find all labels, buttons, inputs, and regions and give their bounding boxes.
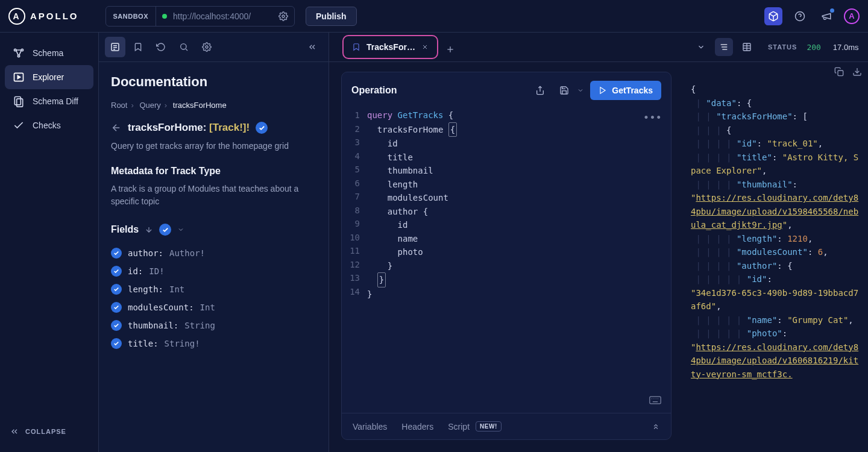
download-response-button[interactable] xyxy=(852,67,862,77)
close-tab-button[interactable] xyxy=(421,43,429,51)
docs-title: Documentation xyxy=(111,74,316,90)
topbar-right: A xyxy=(764,7,860,25)
field-row[interactable]: title: String! xyxy=(111,334,316,353)
field-type[interactable]: Author! xyxy=(169,248,205,258)
schema-icon xyxy=(12,47,25,59)
field-row[interactable]: id: ID! xyxy=(111,262,316,280)
crumb-query[interactable]: Query xyxy=(139,101,160,110)
operation-panel: Operation GetTracks ••• 1234567891011121… xyxy=(341,72,671,440)
chevron-down-icon[interactable] xyxy=(177,226,184,233)
field-check-icon[interactable] xyxy=(111,338,122,349)
explorer-icon xyxy=(12,71,25,83)
field-check-icon[interactable] xyxy=(111,248,122,259)
field-type[interactable]: Int xyxy=(169,284,184,294)
announcements-button[interactable] xyxy=(817,7,835,25)
brand-text: APOLLO xyxy=(30,11,79,21)
breadcrumb: Root› Query› tracksForHome xyxy=(111,101,316,110)
field-return-type[interactable]: [Track!]! xyxy=(206,122,250,133)
tab-variables[interactable]: Variables xyxy=(353,422,387,432)
docs-collapse-button[interactable] xyxy=(302,37,322,57)
field-row[interactable]: modulesCount: Int xyxy=(111,298,316,316)
share-button[interactable] xyxy=(531,81,549,99)
save-button[interactable] xyxy=(555,81,573,99)
add-tab-button[interactable] xyxy=(445,45,455,54)
field-check-icon[interactable] xyxy=(111,320,122,331)
sidebar-item-label: Schema Diff xyxy=(33,96,78,106)
response-view-table-button[interactable] xyxy=(738,38,756,56)
field-row[interactable]: length: Int xyxy=(111,280,316,298)
operation-tabs: TracksFor… xyxy=(329,33,684,62)
editor-column: TracksFor… Operation GetTrack xyxy=(329,33,684,452)
selected-check-icon[interactable] xyxy=(256,122,268,134)
history-button[interactable] xyxy=(151,37,171,57)
play-icon xyxy=(599,86,607,95)
search-button[interactable] xyxy=(174,37,194,57)
field-check-icon[interactable] xyxy=(111,266,122,277)
docs-view-button[interactable] xyxy=(105,37,125,57)
svg-rect-25 xyxy=(650,397,661,404)
sidebar-item-schema[interactable]: Schema xyxy=(5,41,93,65)
field-name: author: xyxy=(128,248,163,258)
field-name: modulesCount: xyxy=(128,303,194,312)
help-button[interactable] xyxy=(791,7,809,25)
studio-mode-button[interactable] xyxy=(764,7,782,25)
status-label: STATUS xyxy=(768,43,797,51)
select-all-check-icon[interactable] xyxy=(159,224,171,236)
field-name: tracksForHome: xyxy=(128,122,206,133)
brand-mark-icon: A xyxy=(8,8,25,25)
sidebar-item-label: Explorer xyxy=(33,72,64,82)
endpoint-settings-button[interactable] xyxy=(272,11,294,21)
crumb-root[interactable]: Root xyxy=(111,101,127,110)
sidebar-item-checks[interactable]: Checks xyxy=(5,113,93,137)
field-type[interactable]: ID! xyxy=(149,266,164,276)
copy-response-button[interactable] xyxy=(834,67,844,77)
save-chevron-icon[interactable] xyxy=(577,87,584,94)
bookmark-button[interactable] xyxy=(128,37,148,57)
sidebar-collapse-button[interactable]: COLLAPSE xyxy=(5,419,93,444)
sidebar-collapse-label: COLLAPSE xyxy=(25,428,66,435)
field-check-icon[interactable] xyxy=(111,284,122,295)
sidebar-item-explorer[interactable]: Explorer xyxy=(5,65,93,89)
field-name: length: xyxy=(128,284,163,294)
endpoint-url[interactable]: http://localhost:4000/ xyxy=(173,11,272,21)
keyboard-shortcuts-button[interactable] xyxy=(649,396,661,404)
response-view-json-button[interactable] xyxy=(715,38,733,56)
line-gutter: 1234567891011121314 xyxy=(342,108,367,413)
editor-footer: Variables Headers Script NEW! xyxy=(342,413,671,439)
response-expand-button[interactable] xyxy=(692,38,710,56)
connection-status-dot-icon xyxy=(162,14,167,19)
field-type[interactable]: String xyxy=(184,321,215,330)
field-name: title: xyxy=(128,339,159,348)
svg-marker-7 xyxy=(17,76,20,79)
sort-arrow-down-icon[interactable] xyxy=(145,225,153,234)
settings-button[interactable] xyxy=(197,37,217,57)
field-row[interactable]: author: Author! xyxy=(111,244,316,262)
code-content: query GetTracks { tracksForHome { id tit… xyxy=(367,108,457,413)
field-row[interactable]: thumbnail: String xyxy=(111,316,316,334)
tab-headers[interactable]: Headers xyxy=(401,422,433,432)
code-editor[interactable]: ••• 1234567891011121314 query GetTracks … xyxy=(342,106,671,413)
tab-script[interactable]: Script xyxy=(448,422,470,432)
field-check-icon[interactable] xyxy=(111,302,122,313)
response-body[interactable]: { | "data": { | | "tracksForHome": [ | |… xyxy=(684,62,868,452)
sidebar-item-schema-diff[interactable]: Schema Diff xyxy=(5,89,93,113)
run-operation-button[interactable]: GetTracks xyxy=(590,81,661,100)
response-json: { | "data": { | | "tracksForHome": [ | |… xyxy=(691,83,861,381)
checks-icon xyxy=(12,119,25,131)
operation-tab-label: TracksFor… xyxy=(366,42,415,52)
new-badge: NEW! xyxy=(476,421,502,432)
svg-rect-9 xyxy=(17,99,23,107)
top-bar: A APOLLO SANDBOX http://localhost:4000/ … xyxy=(0,0,868,33)
field-type[interactable]: String! xyxy=(165,339,200,348)
svg-rect-38 xyxy=(838,71,843,76)
user-avatar[interactable]: A xyxy=(844,8,860,24)
footer-collapse-button[interactable] xyxy=(652,422,660,431)
back-arrow-icon[interactable] xyxy=(111,122,122,133)
publish-button[interactable]: Publish xyxy=(306,7,357,26)
field-type[interactable]: Int xyxy=(200,303,215,312)
publish-button-label: Publish xyxy=(316,11,347,21)
editor-more-button[interactable]: ••• xyxy=(644,111,662,125)
status-code: 200 xyxy=(807,43,820,52)
avatar-initial: A xyxy=(849,11,854,20)
operation-tab-active[interactable]: TracksFor… xyxy=(342,35,438,59)
